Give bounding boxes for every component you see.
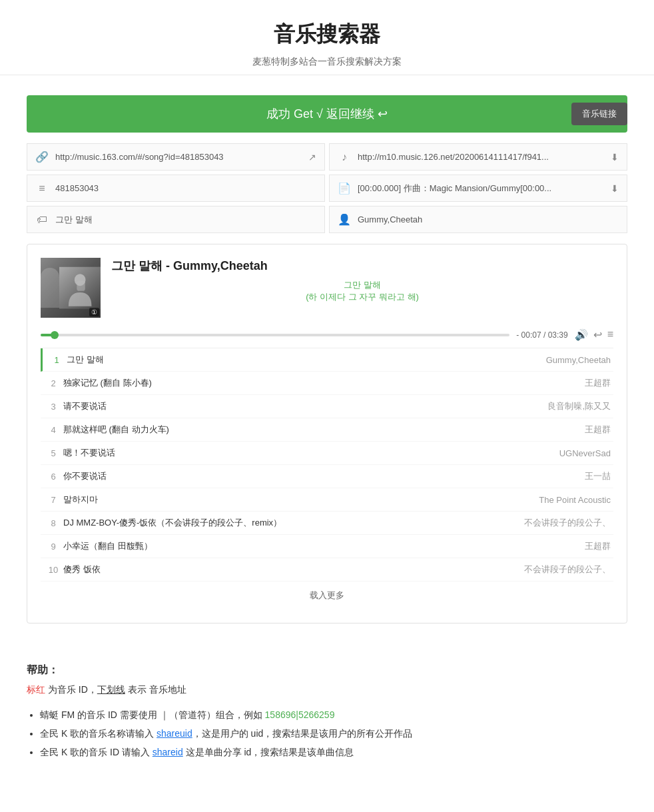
download-lyrics-icon[interactable]: ⬇ [611,183,619,194]
player-time: - 00:07 / 03:39 [516,330,567,340]
lyrics-value: [00:00.000] 作曲：Magic Mansion/Gummy[00:00… [358,183,604,195]
music-note-icon: ♪ [338,151,351,163]
tag-field: 🏷 그만 말해 [27,206,325,233]
help-list-item: 蜻蜓 FM 的音乐 ID 需要使用 ｜（管道符）组合，例如 158696|526… [40,705,627,724]
track-artist: 王超群 [585,540,611,552]
track-name: DJ MMZ-BOY-傻秀-饭依（不会讲段子的段公子、remix） [63,517,524,529]
track-name: 嗯！不要说话 [63,447,559,459]
info-row-3: 🏷 그만 말해 👤 Gummy,Cheetah [27,206,627,233]
track-item[interactable]: 2 独家记忆 (翻自 陈小春) 王超群 [41,372,613,395]
player-lyrics: 그만 말해 (하 이제다 그 자꾸 뭐라고 해) [111,279,613,303]
url-value: http://music.163.com/#/song?id=481853043 [55,152,302,162]
help-list-item: 全民 K 歌的音乐 ID 请输入 shareid 这是单曲分享 id，搜索结果是… [40,743,627,761]
track-name: 小幸运（翻自 田馥甄） [63,540,585,552]
audio-url-field: ♪ http://m10.music.126.net/2020061411141… [329,143,627,171]
tag-value: 그만 말해 [55,214,316,226]
track-artist: 良音制噪,陈又又 [547,400,611,412]
audio-url-value: http://m10.music.126.net/20200614111417/… [358,152,604,162]
artist-value: Gummy,Cheetah [358,214,619,224]
music-link-badge: 音乐链接 [571,103,627,125]
download-audio-icon[interactable]: ⬇ [611,152,619,163]
track-name: 独家记忆 (翻自 陈小春) [63,377,585,389]
track-item[interactable]: 6 你不要说话 王一喆 [41,465,613,488]
track-item[interactable]: 8 DJ MMZ-BOY-傻秀-饭依（不会讲段子的段公子、remix） 不会讲段… [41,512,613,535]
track-name: 그만 말해 [67,354,546,366]
track-item[interactable]: 9 小幸运（翻自 田馥甄） 王超群 [41,535,613,558]
track-artist: Gummy,Cheetah [546,355,611,365]
track-name: 那就这样吧 (翻自 动力火车) [63,424,585,436]
track-name: 말하지마 [63,494,539,506]
track-artist: The Point Acoustic [539,495,611,505]
track-num: 10 [43,565,63,575]
track-artist: 不会讲段子的段公子、 [524,564,611,576]
track-artist: 不会讲段子的段公子、 [524,517,611,529]
track-artist: 王超群 [585,424,611,436]
main-content: 成功 Get √ 返回继续 ↩ 音乐链接 🔗 http://music.163.… [0,75,654,663]
volume-icon[interactable]: 🔊 [575,328,588,341]
help-list: 蜻蜓 FM 的音乐 ID 需要使用 ｜（管道符）组合，例如 158696|526… [27,705,627,761]
page-header: 音乐搜索器 麦葱特制多站合一音乐搜索解决方案 [0,0,654,75]
help-section: 帮助： 标红 为音乐 ID，下划线 表示 音乐地址 蜻蜓 FM 的音乐 ID 需… [0,663,654,781]
progress-bar[interactable] [41,334,509,336]
track-name: 请不要说话 [63,400,547,412]
load-more-button[interactable]: 载入更多 [41,582,613,609]
track-num: 1 [47,355,67,365]
track-item[interactable]: 7 말하지마 The Point Acoustic [41,488,613,512]
track-num: 7 [43,495,63,505]
track-num: 3 [43,402,63,412]
track-artist: 王超群 [585,377,611,389]
track-artist: UGNeverSad [559,448,611,458]
progress-thumb [51,331,59,339]
track-item[interactable]: 4 那就这样吧 (翻自 动力火车) 王超群 [41,418,613,442]
doc-icon: 📄 [338,182,351,195]
help-highlight: 标红 为音乐 ID，下划线 表示 音乐地址 [27,684,627,696]
svg-rect-3 [77,281,85,291]
player-top: ① 그만 말해 - Gummy,Cheetah 그만 말해 (하 이제다 그 자… [41,258,613,318]
track-num: 4 [43,425,63,435]
track-name: 你不要说话 [63,470,585,482]
share-icon[interactable]: ↩ [593,328,602,341]
page-title: 音乐搜索器 [0,20,654,49]
song-id-field: ≡ 481853043 [27,175,325,202]
player-info: 그만 말해 - Gummy,Cheetah 그만 말해 (하 이제다 그 자꾸 … [111,258,613,318]
person-icon: 👤 [338,213,351,226]
help-title: 帮助： [27,663,627,677]
info-row-2: ≡ 481853043 📄 [00:00.000] 作曲：Magic Mansi… [27,175,627,202]
album-badge: ① [89,308,99,316]
track-item[interactable]: 3 请不要说话 良音制噪,陈又又 [41,395,613,418]
tag-icon: 🏷 [35,214,49,226]
song-id-value: 481853043 [55,183,316,193]
info-row-1: 🔗 http://music.163.com/#/song?id=4818530… [27,143,627,171]
track-num: 9 [43,542,63,552]
player-controls: - 00:07 / 03:39 🔊 ↩ ≡ [41,328,613,341]
track-item[interactable]: 5 嗯！不要说话 UGNeverSad [41,442,613,465]
track-list: 1 그만 말해 Gummy,Cheetah 2 独家记忆 (翻自 陈小春) 王超… [41,348,613,582]
track-num: 6 [43,472,63,482]
lyrics-field: 📄 [00:00.000] 作曲：Magic Mansion/Gummy[00:… [329,175,627,202]
player-card: ① 그만 말해 - Gummy,Cheetah 그만 말해 (하 이제다 그 자… [27,244,627,623]
album-art: ① [41,258,101,318]
link-icon: 🔗 [35,151,49,163]
success-bar[interactable]: 成功 Get √ 返回继续 ↩ [27,95,627,133]
song-title: 그만 말해 - Gummy,Cheetah [111,258,613,274]
info-fields: 🔗 http://music.163.com/#/song?id=4818530… [27,143,627,233]
open-link-icon[interactable]: ↗ [308,152,316,163]
track-name: 傻秀 饭依 [63,564,524,576]
track-num: 2 [43,378,63,388]
url-field: 🔗 http://music.163.com/#/song?id=4818530… [27,143,325,171]
page-subtitle: 麦葱特制多站合一音乐搜索解决方案 [0,56,654,68]
help-list-item: 全民 K 歌的音乐名称请输入 shareuid，这是用户的 uid，搜索结果是该… [40,724,627,743]
track-item[interactable]: 1 그만 말해 Gummy,Cheetah [41,348,613,372]
track-num: 8 [43,518,63,528]
success-label: 成功 Get √ 返回继续 ↩ [266,107,388,121]
player-actions: 🔊 ↩ ≡ [575,328,613,341]
artist-field: 👤 Gummy,Cheetah [329,206,627,233]
track-num: 5 [43,448,63,458]
track-item[interactable]: 10 傻秀 饭依 不会讲段子的段公子、 [41,558,613,582]
track-artist: 王一喆 [585,470,611,482]
list-icon: ≡ [35,183,49,195]
menu-icon[interactable]: ≡ [607,328,613,341]
